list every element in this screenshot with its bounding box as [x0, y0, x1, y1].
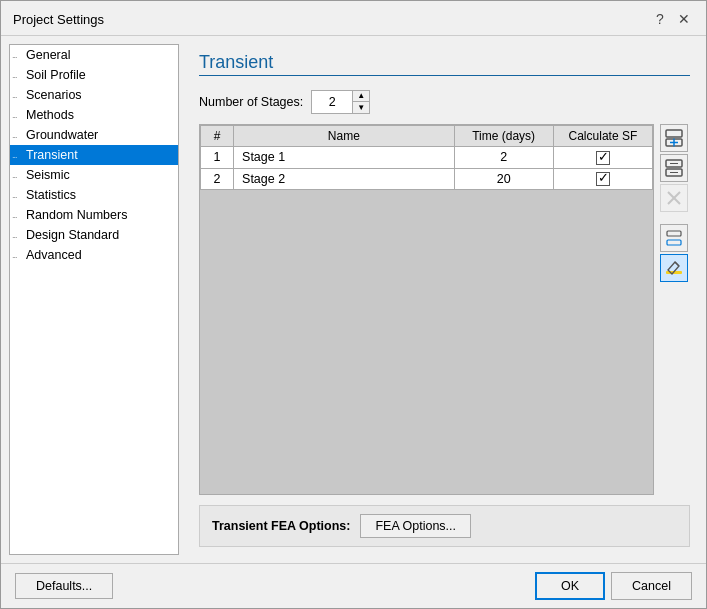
spinner-buttons: ▲ ▼ — [352, 91, 369, 113]
table-area: # Name Time (days) Calculate SF 1 Stage … — [199, 124, 690, 495]
svg-line-13 — [675, 262, 679, 266]
sidebar-item-design-standard[interactable]: Design Standard — [10, 225, 178, 245]
stages-label: Number of Stages: — [199, 95, 303, 109]
edit-button[interactable] — [660, 254, 688, 282]
dialog-title: Project Settings — [13, 12, 104, 27]
edit-icon — [665, 259, 683, 277]
stages-table: # Name Time (days) Calculate SF 1 Stage … — [200, 125, 653, 190]
sidebar-item-advanced[interactable]: Advanced — [10, 245, 178, 265]
dialog-footer: Defaults... OK Cancel — [1, 563, 706, 608]
copy-row-button[interactable] — [660, 154, 688, 182]
sidebar-item-scenarios[interactable]: Scenarios — [10, 85, 178, 105]
stages-input[interactable] — [312, 91, 352, 113]
table-row[interactable]: 2 Stage 2 20 — [201, 168, 653, 190]
table-row[interactable]: 1 Stage 1 2 — [201, 147, 653, 169]
cell-num: 1 — [201, 147, 234, 169]
sidebar-item-transient[interactable]: Transient — [10, 145, 178, 165]
sidebar-item-methods[interactable]: Methods — [10, 105, 178, 125]
copy-row-icon — [665, 159, 683, 177]
svg-rect-0 — [666, 130, 682, 137]
sidebar-item-soil-profile[interactable]: Soil Profile — [10, 65, 178, 85]
col-header-sf: Calculate SF — [553, 126, 652, 147]
sidebar-item-groundwater[interactable]: Groundwater — [10, 125, 178, 145]
delete-row-button[interactable] — [660, 184, 688, 212]
footer-right: OK Cancel — [535, 572, 692, 600]
sidebar-item-seismic[interactable]: Seismic — [10, 165, 178, 185]
dialog-body: GeneralSoil ProfileScenariosMethodsGroun… — [1, 35, 706, 563]
section-title: Transient — [199, 52, 690, 76]
sf-checkbox[interactable] — [596, 172, 610, 186]
sidebar-item-statistics[interactable]: Statistics — [10, 185, 178, 205]
close-button[interactable]: ✕ — [674, 9, 694, 29]
table-header-row: # Name Time (days) Calculate SF — [201, 126, 653, 147]
spinner-up-button[interactable]: ▲ — [353, 91, 369, 102]
add-row-icon — [665, 129, 683, 147]
add-row-button[interactable] — [660, 124, 688, 152]
ok-button[interactable]: OK — [535, 572, 605, 600]
move-down-icon — [665, 229, 683, 247]
project-settings-dialog: Project Settings ? ✕ GeneralSoil Profile… — [0, 0, 707, 609]
col-header-name: Name — [234, 126, 454, 147]
sidebar: GeneralSoil ProfileScenariosMethodsGroun… — [9, 44, 179, 555]
sf-checkbox[interactable] — [596, 151, 610, 165]
spinner-down-button[interactable]: ▼ — [353, 102, 369, 113]
stages-spinner[interactable]: ▲ ▼ — [311, 90, 370, 114]
cell-sf — [553, 147, 652, 169]
table-container: # Name Time (days) Calculate SF 1 Stage … — [199, 124, 654, 495]
cell-sf — [553, 168, 652, 190]
footer-left: Defaults... — [15, 573, 113, 599]
stages-row: Number of Stages: ▲ ▼ — [199, 90, 690, 114]
cell-name: Stage 1 — [234, 147, 454, 169]
defaults-button[interactable]: Defaults... — [15, 573, 113, 599]
help-button[interactable]: ? — [650, 9, 670, 29]
sidebar-item-random-numbers[interactable]: Random Numbers — [10, 205, 178, 225]
svg-rect-11 — [667, 240, 681, 245]
svg-rect-10 — [667, 231, 681, 236]
main-content: Transient Number of Stages: ▲ ▼ — [179, 36, 706, 563]
cell-time: 20 — [454, 168, 553, 190]
fea-options-row: Transient FEA Options: FEA Options... — [199, 505, 690, 547]
fea-options-button[interactable]: FEA Options... — [360, 514, 471, 538]
move-down-button[interactable] — [660, 224, 688, 252]
title-bar-controls: ? ✕ — [650, 9, 694, 29]
cell-name: Stage 2 — [234, 168, 454, 190]
title-bar: Project Settings ? ✕ — [1, 1, 706, 35]
sidebar-item-general[interactable]: General — [10, 45, 178, 65]
col-header-num: # — [201, 126, 234, 147]
col-header-time: Time (days) — [454, 126, 553, 147]
cell-num: 2 — [201, 168, 234, 190]
table-toolbar — [658, 124, 690, 495]
delete-row-icon — [665, 189, 683, 207]
table-empty-area — [200, 190, 653, 494]
cell-time: 2 — [454, 147, 553, 169]
cancel-button[interactable]: Cancel — [611, 572, 692, 600]
fea-label: Transient FEA Options: — [212, 519, 350, 533]
